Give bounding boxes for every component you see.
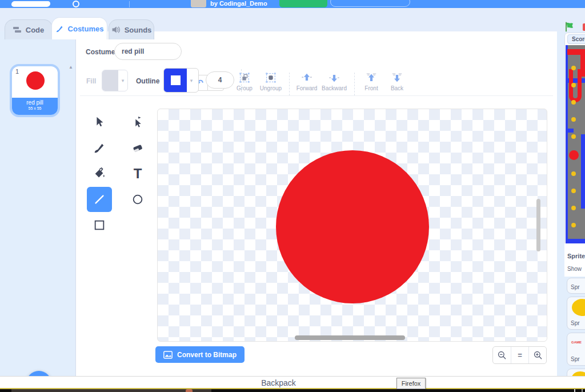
tab-costumes[interactable]: Costumes xyxy=(51,17,107,39)
tab-code[interactable]: Code xyxy=(5,19,53,39)
canvas-vertical-scrollbar[interactable] xyxy=(536,199,540,251)
tab-costumes-label: Costumes xyxy=(68,25,104,33)
sprite-label: Sprite xyxy=(567,253,585,259)
project-page-button[interactable] xyxy=(330,0,410,7)
pellet-dot xyxy=(571,189,576,193)
sprite-card[interactable]: Spr xyxy=(567,278,585,294)
forward-label: Forward xyxy=(296,85,318,91)
drawing-canvas[interactable] xyxy=(157,109,547,342)
costume-index: 1 xyxy=(15,68,19,75)
front-label: Front xyxy=(364,85,378,91)
paint-bucket-icon xyxy=(93,167,106,180)
fill-tool[interactable] xyxy=(87,161,112,186)
sprite-card[interactable]: Spr xyxy=(567,297,585,330)
forward-button[interactable]: Forward xyxy=(294,71,320,95)
front-button[interactable]: Front xyxy=(358,71,384,95)
canvas-horizontal-scrollbar[interactable] xyxy=(295,335,405,340)
stage-thumbnail xyxy=(566,45,585,243)
tab-code-label: Code xyxy=(26,26,45,34)
line-icon xyxy=(93,193,106,206)
backward-label: Backward xyxy=(322,85,347,91)
fill-color-control[interactable]: ▾ xyxy=(102,70,128,91)
backward-button[interactable]: Backward xyxy=(321,71,347,95)
costume-item-selected[interactable]: 1 red pill 55 x 55 xyxy=(12,66,58,115)
sprite-info-panel: Sprite Show xyxy=(564,243,585,277)
tab-sounds-label: Sounds xyxy=(125,26,152,34)
tab-bar: Code Costumes Sounds xyxy=(0,8,585,31)
costume-name: red pill xyxy=(12,99,58,106)
project-author: by Codingal_Demo xyxy=(210,0,290,8)
eraser-icon xyxy=(131,142,144,154)
sprite-thumb-ball xyxy=(572,299,585,316)
sprite-card[interactable]: GAME Spr xyxy=(567,333,585,366)
red-circle-shape[interactable] xyxy=(276,150,429,303)
sprite-list: Spr Spr GAME Spr xyxy=(564,277,585,376)
pellet-dot xyxy=(571,100,576,105)
costume-size: 55 x 55 xyxy=(12,106,58,110)
taskbar-show-desktop[interactable] xyxy=(582,389,583,392)
sprite-thumb-game-text: GAME xyxy=(571,341,582,344)
outline-swatch xyxy=(164,69,187,92)
brush-tool[interactable] xyxy=(87,135,112,161)
group-button[interactable]: Group xyxy=(231,71,258,95)
scroll-up-arrow[interactable]: ▲ xyxy=(69,65,73,70)
taskbar-firefox-icon[interactable] xyxy=(186,389,193,392)
group-icon xyxy=(238,71,251,84)
language-globe-icon[interactable] xyxy=(73,1,79,7)
zoom-in-icon xyxy=(533,350,543,360)
line-tool-selected[interactable] xyxy=(87,187,112,212)
zoom-out-icon xyxy=(497,350,507,360)
toolbar-divider xyxy=(354,73,355,95)
ungroup-button[interactable]: Ungroup xyxy=(258,71,284,95)
costume-thumbnail xyxy=(26,71,45,90)
share-button[interactable] xyxy=(279,0,327,7)
convert-to-bitmap-button[interactable]: Convert to Bitmap xyxy=(155,346,245,363)
pellet-dot xyxy=(571,206,576,210)
outline-label: Outline xyxy=(136,77,159,85)
back-button[interactable]: Back xyxy=(384,71,410,95)
reshape-tool[interactable] xyxy=(125,110,150,135)
taskbar-window-group[interactable] xyxy=(11,389,211,392)
sprite-card-label: Spr xyxy=(571,356,580,362)
outline-width-input[interactable] xyxy=(206,71,234,89)
tab-sounds[interactable]: Sounds xyxy=(109,19,154,39)
costume-name-input[interactable] xyxy=(114,43,182,60)
zoom-reset-button[interactable]: = xyxy=(511,347,528,363)
player-ball xyxy=(569,150,579,160)
pellet-dot xyxy=(571,83,576,87)
circle-tool[interactable] xyxy=(125,187,150,212)
convert-label: Convert to Bitmap xyxy=(177,351,237,359)
stage-maze-wall xyxy=(567,129,574,133)
eraser-tool[interactable] xyxy=(125,135,150,161)
sprite-card-label: Spr xyxy=(571,320,580,326)
costume-list-panel: ▲ 1 red pill 55 x 55 xyxy=(0,31,76,376)
toolbar-divider xyxy=(289,73,290,95)
circle-icon xyxy=(131,193,144,206)
zoom-reset-icon: = xyxy=(518,351,522,359)
select-tool[interactable] xyxy=(87,110,112,135)
costume-field-label: Costume xyxy=(86,48,115,56)
menubar-divider xyxy=(129,1,130,7)
ungroup-icon xyxy=(265,71,277,84)
outline-color-control[interactable]: ▾ xyxy=(163,68,199,93)
layer-backward-icon xyxy=(328,71,340,84)
scratch-logo[interactable] xyxy=(11,1,50,7)
backpack-bar[interactable]: Backpack xyxy=(0,376,585,388)
toolbar-divider xyxy=(241,69,242,92)
text-tool[interactable]: T xyxy=(125,161,150,186)
fill-swatch xyxy=(102,70,118,91)
stop-icon[interactable] xyxy=(583,23,585,31)
ungroup-label: Ungroup xyxy=(260,85,282,91)
backpack-label: Backpack xyxy=(0,378,557,387)
zoom-out-button[interactable] xyxy=(493,347,511,363)
layer-forward-icon xyxy=(300,71,313,84)
rectangle-tool[interactable] xyxy=(87,213,112,238)
zoom-in-button[interactable] xyxy=(528,347,546,363)
pellet-dot xyxy=(571,134,576,139)
firefox-tooltip: Firefox xyxy=(396,378,426,389)
score-variable-monitor: Score xyxy=(567,34,585,44)
taskbar xyxy=(0,389,585,392)
green-flag-icon[interactable] xyxy=(564,22,575,32)
fill-caret-icon: ▾ xyxy=(118,78,127,83)
layer-front-icon xyxy=(365,71,378,84)
